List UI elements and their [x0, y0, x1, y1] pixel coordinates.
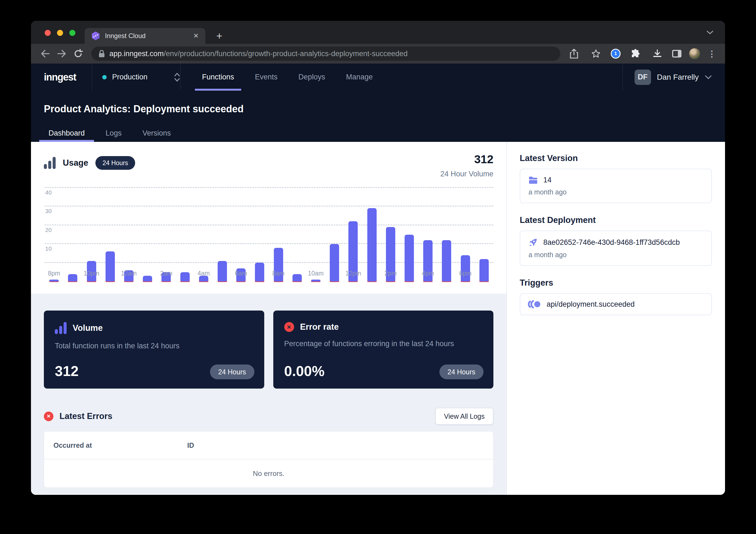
app-nav-bar: inngest Production Functions Events Depl… [31, 64, 725, 90]
latest-errors-title: Latest Errors [60, 411, 112, 421]
url-bar[interactable]: app.inngest.com/env/production/functions… [91, 46, 560, 61]
usage-bar[interactable] [161, 161, 171, 282]
chart-x-tick: 2pm [374, 270, 407, 277]
fullscreen-window-button[interactable] [69, 30, 75, 36]
onepassword-extension-icon[interactable]: 1 [611, 49, 621, 59]
tab-versions[interactable]: Versions [138, 124, 176, 142]
usage-bar[interactable] [143, 161, 152, 282]
usage-bar[interactable] [423, 161, 433, 282]
back-button[interactable] [38, 46, 52, 61]
latest-version-card[interactable]: 14 a month ago [520, 169, 712, 203]
usage-bar[interactable] [106, 161, 115, 282]
extensions-puzzle-icon[interactable] [628, 46, 642, 61]
usage-bar[interactable] [87, 161, 96, 282]
metrics-area: Volume Total function runs in the last 2… [31, 293, 506, 495]
browser-profile-avatar[interactable] [689, 48, 700, 59]
latest-version-value: 14 [543, 176, 552, 184]
browser-window: Inngest Cloud ✕ + app.inngest.com/env/pr… [31, 21, 725, 495]
column-occurred-at: Occurred at [44, 442, 187, 449]
trigger-card[interactable]: api/deployment.succeeded [520, 293, 712, 315]
volume-card-description: Total function runs in the last 24 hours [55, 342, 253, 350]
function-page-header: Product Analytics: Deployment succeeded … [31, 90, 725, 142]
usage-bar[interactable] [180, 161, 190, 282]
inngest-logo[interactable]: inngest [31, 64, 92, 90]
inngest-favicon [91, 31, 100, 40]
close-window-button[interactable] [45, 30, 51, 36]
user-menu[interactable]: DF Dan Farrelly [623, 64, 725, 90]
url-text: app.inngest.com/env/production/functions… [109, 50, 408, 58]
chart-x-tick: 12am [112, 270, 145, 277]
usage-bar[interactable] [348, 161, 358, 282]
new-tab-button[interactable]: + [216, 31, 222, 41]
usage-bar[interactable] [330, 161, 339, 282]
usage-bar[interactable] [442, 161, 451, 282]
environment-switcher[interactable]: Production [92, 64, 180, 90]
forward-button[interactable] [55, 46, 69, 61]
tab-search-chevron-icon[interactable] [706, 30, 714, 35]
usage-bar[interactable] [292, 161, 302, 282]
primary-nav: Functions Events Deploys Manage [181, 64, 383, 90]
usage-bar[interactable] [479, 161, 489, 282]
usage-bar[interactable] [311, 161, 320, 282]
environment-updown-icon [174, 73, 180, 82]
chart-x-tick: 10am [299, 270, 332, 277]
error-rate-badge[interactable]: 24 Hours [439, 365, 484, 379]
tab-logs[interactable]: Logs [101, 124, 126, 142]
volume-bars-icon [55, 322, 67, 334]
reload-button[interactable] [71, 46, 85, 61]
usage-bar[interactable] [405, 161, 414, 282]
usage-bar[interactable] [218, 161, 227, 282]
errors-table: Occurred at ID No errors. [44, 431, 493, 488]
latest-deployment-card[interactable]: 8ae02652-746e-430d-9468-1ff73d56cdcb a m… [520, 231, 712, 266]
tab-dashboard[interactable]: Dashboard [44, 124, 89, 142]
bookmark-star-icon[interactable] [589, 46, 603, 61]
usage-bar[interactable] [386, 161, 395, 282]
usage-bar[interactable] [461, 161, 470, 282]
page-tabs: Dashboard Logs Versions [44, 124, 187, 142]
error-rate-description: Percentage of functions erroring in the … [284, 340, 483, 348]
volume-card: Volume Total function runs in the last 2… [44, 311, 264, 389]
browser-menu-icon[interactable]: ⋮ [708, 49, 716, 59]
environment-label: Production [112, 73, 169, 81]
errors-empty-message: No errors. [44, 460, 493, 488]
usage-bar[interactable] [367, 161, 377, 282]
error-rate-title: Error rate [300, 322, 339, 332]
errors-table-header: Occurred at ID [44, 432, 493, 460]
error-x-icon: ✕ [284, 322, 294, 332]
usage-bar[interactable] [199, 161, 208, 282]
triggers-heading: Triggers [520, 278, 712, 288]
page-title: Product Analytics: Deployment succeeded [44, 103, 244, 115]
usage-bar-fill [311, 280, 320, 282]
chart-x-tick: 6pm [449, 270, 482, 277]
event-trigger-icon [528, 300, 541, 309]
url-path: /env/production/functions/growth-product… [164, 50, 408, 58]
production-status-dot [102, 75, 107, 79]
chart-x-tick: 6am [225, 270, 257, 277]
latest-errors-x-icon: ✕ [44, 412, 53, 421]
nav-item-manage[interactable]: Manage [336, 64, 383, 90]
chart-x-tick: 4am [187, 270, 220, 277]
nav-item-deploys[interactable]: Deploys [288, 64, 336, 90]
error-rate-value: 0.00% [284, 363, 325, 379]
share-icon[interactable] [567, 46, 581, 61]
download-icon[interactable] [650, 46, 664, 61]
usage-bar[interactable] [274, 161, 283, 282]
volume-card-badge[interactable]: 24 Hours [210, 365, 254, 379]
view-all-logs-button[interactable]: View All Logs [435, 408, 493, 425]
latest-version-time: a month ago [528, 188, 703, 196]
usage-bar[interactable] [49, 161, 59, 282]
usage-bar[interactable] [124, 161, 133, 282]
minimize-window-button[interactable] [57, 30, 63, 36]
tab-close-icon[interactable]: ✕ [193, 33, 199, 39]
lock-icon [98, 50, 105, 58]
nav-item-functions[interactable]: Functions [192, 64, 245, 90]
browser-tab[interactable]: Inngest Cloud ✕ [85, 28, 205, 44]
usage-chart-plot: 102030408pm10pm12am2am4am6am8am10am12pm2… [45, 142, 493, 282]
side-panel-icon[interactable] [672, 50, 682, 58]
column-id: ID [187, 442, 194, 449]
trigger-event-name: api/deployment.succeeded [547, 300, 634, 309]
usage-bar[interactable] [236, 161, 246, 282]
usage-bar[interactable] [255, 161, 264, 282]
usage-bar[interactable] [68, 161, 77, 282]
nav-item-events[interactable]: Events [245, 64, 288, 90]
